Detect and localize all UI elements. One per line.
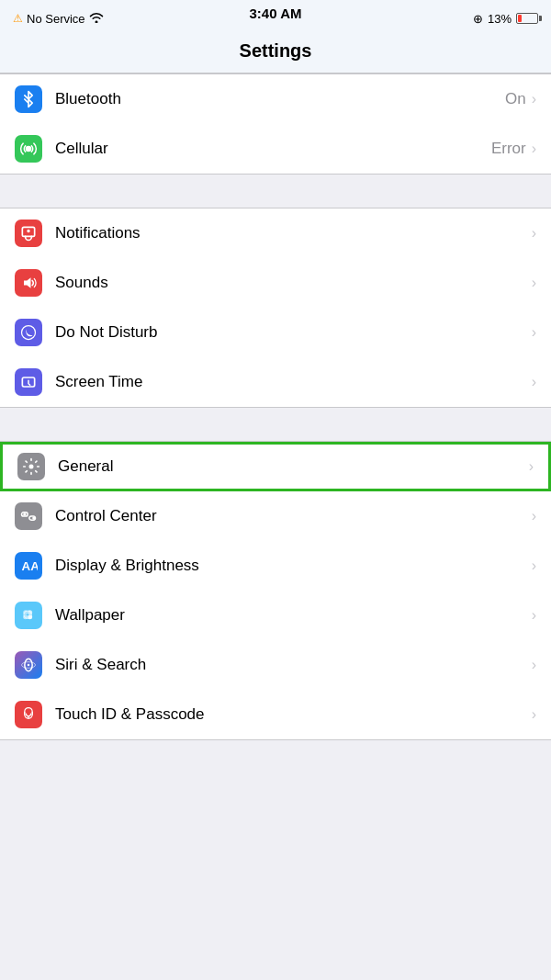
general-icon <box>22 457 40 476</box>
group-spacer-1 <box>0 175 551 208</box>
sounds-label: Sounds <box>55 274 532 292</box>
cellular-value: Error <box>491 140 526 158</box>
displaybrightness-chevron: › <box>532 558 536 574</box>
notifications-icon <box>19 224 38 242</box>
wallpaper-icon <box>19 606 38 625</box>
touchid-label: Touch ID & Passcode <box>55 705 532 724</box>
sirisearch-label: Siri & Search <box>55 656 532 674</box>
no-service-text: No Service <box>27 12 85 26</box>
wifi-icon <box>89 12 104 26</box>
svg-point-15 <box>24 611 31 618</box>
settings-group-device: General › Control Center › AA Display & … <box>0 441 551 740</box>
notifications-icon-bg <box>15 220 42 247</box>
screentime-icon-bg <box>15 368 42 396</box>
notifications-label: Notifications <box>55 224 532 242</box>
bluetooth-chevron: › <box>532 91 536 107</box>
general-label: General <box>58 457 529 476</box>
svg-point-0 <box>26 146 32 152</box>
sirisearch-chevron: › <box>532 657 536 673</box>
bluetooth-icon-bg <box>15 85 42 113</box>
svg-point-2 <box>27 230 29 232</box>
touchid-icon-bg <box>15 701 42 728</box>
battery-percent: 13% <box>488 12 512 26</box>
donotdisturb-label: Do Not Disturb <box>55 323 532 342</box>
svg-marker-3 <box>24 277 31 288</box>
settings-item-donotdisturb[interactable]: Do Not Disturb › <box>0 308 551 357</box>
donotdisturb-icon <box>19 323 38 342</box>
bluetooth-label: Bluetooth <box>55 90 505 108</box>
settings-item-bluetooth[interactable]: Bluetooth On › <box>0 74 551 124</box>
sirisearch-icon <box>19 656 38 674</box>
settings-group-connectivity: Bluetooth On › Cellular Error › <box>0 73 551 175</box>
screentime-icon <box>19 373 38 391</box>
page-title: Settings <box>0 40 551 62</box>
settings-item-touchid[interactable]: Touch ID & Passcode › <box>0 690 551 739</box>
svg-point-9 <box>32 516 35 519</box>
bluetooth-icon <box>19 90 38 108</box>
settings-item-wallpaper[interactable]: Wallpaper › <box>0 591 551 640</box>
settings-item-controlcenter[interactable]: Control Center › <box>0 491 551 541</box>
controlcenter-icon <box>19 507 38 525</box>
touchid-icon <box>19 705 38 724</box>
settings-item-general[interactable]: General › <box>0 442 551 491</box>
bluetooth-value: On <box>505 90 526 108</box>
settings-item-displaybrightness[interactable]: AA Display & Brightness › <box>0 541 551 591</box>
settings-item-cellular[interactable]: Cellular Error › <box>0 124 551 174</box>
screentime-chevron: › <box>532 374 536 390</box>
sounds-icon <box>19 274 38 292</box>
settings-item-sirisearch[interactable]: Siri & Search › <box>0 640 551 690</box>
displaybrightness-icon-bg: AA <box>15 552 42 580</box>
group-spacer-2 <box>0 408 551 441</box>
controlcenter-label: Control Center <box>55 507 532 525</box>
svg-point-18 <box>28 664 30 667</box>
wallpaper-icon-bg <box>15 602 42 629</box>
general-chevron: › <box>529 458 534 475</box>
sirisearch-icon-bg <box>15 651 42 679</box>
screentime-label: Screen Time <box>55 373 532 391</box>
wallpaper-label: Wallpaper <box>55 606 532 625</box>
cellular-chevron: › <box>532 141 536 157</box>
settings-item-notifications[interactable]: Notifications › <box>0 208 551 258</box>
general-icon-bg <box>17 453 45 480</box>
warning-icon: ⚠ <box>13 12 23 25</box>
touchid-chevron: › <box>532 706 536 723</box>
displaybrightness-label: Display & Brightness <box>55 557 532 575</box>
status-left: ⚠ No Service <box>13 12 104 26</box>
cellular-label: Cellular <box>55 140 491 158</box>
donotdisturb-icon-bg <box>15 319 42 346</box>
page-title-bar: Settings <box>0 35 551 73</box>
settings-item-screentime[interactable]: Screen Time › <box>0 357 551 407</box>
controlcenter-icon-bg <box>15 502 42 530</box>
cellular-icon <box>19 140 38 158</box>
sounds-chevron: › <box>532 275 536 291</box>
controlcenter-chevron: › <box>532 508 536 524</box>
settings-item-sounds[interactable]: Sounds › <box>0 258 551 308</box>
settings-group-general: Notifications › Sounds › Do Not Disturb … <box>0 208 551 408</box>
wallpaper-chevron: › <box>532 607 536 624</box>
notifications-chevron: › <box>532 225 536 242</box>
lock-icon: ⊕ <box>473 12 483 26</box>
donotdisturb-chevron: › <box>532 324 536 341</box>
battery-icon-container <box>516 13 538 24</box>
status-right: ⊕ 13% <box>473 12 538 26</box>
battery-fill <box>518 15 522 22</box>
displaybrightness-icon: AA <box>19 557 38 575</box>
battery-icon <box>516 13 538 24</box>
cellular-icon-bg <box>15 135 42 163</box>
svg-text:AA: AA <box>22 559 39 573</box>
status-time: 3:40 AM <box>250 6 302 21</box>
svg-point-5 <box>29 465 34 469</box>
svg-point-7 <box>23 513 26 515</box>
status-bar: ⚠ No Service 3:40 AM ⊕ 13% <box>0 0 551 35</box>
sounds-icon-bg <box>15 269 42 297</box>
